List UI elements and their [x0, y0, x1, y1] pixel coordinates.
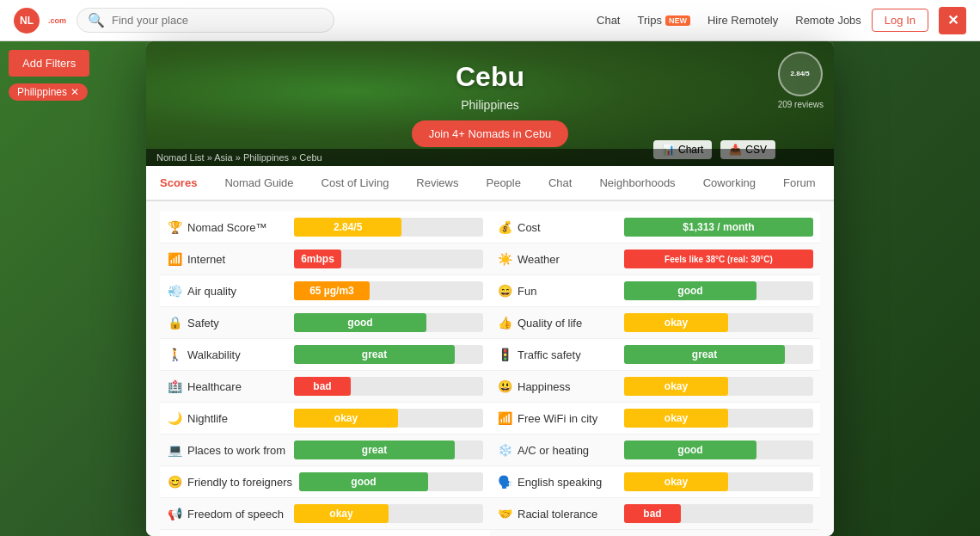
safety-bar-text: good — [294, 313, 426, 332]
friendly-bar-text: good — [299, 472, 428, 491]
scores-left-col: 🏆 Nomad Score™ 2.84/5 📶 — [160, 212, 490, 536]
score-row-traffic: 🚦 Traffic safety great — [490, 339, 820, 371]
ac-bar-wrap: good — [624, 441, 813, 459]
modal-tabs: Scores Nomad Guide Cost of Living Review… — [146, 166, 834, 201]
score-row-cost: 💰 Cost $1,313 / month — [490, 212, 820, 243]
nomad-bar-wrap: 2.84/5 — [294, 218, 483, 237]
score-label-traffic: 🚦 Traffic safety — [497, 348, 617, 361]
ac-bar-fill: good — [624, 441, 756, 459]
places-bar-text: great — [294, 441, 455, 459]
tab-coworking[interactable]: Coworking — [689, 166, 769, 201]
night-label: Nightlife — [187, 412, 228, 425]
walk-bar-fill: great — [294, 345, 455, 364]
happy-bar-text: okay — [624, 377, 728, 396]
air-icon: 💨 — [167, 284, 182, 298]
join-nomads-button[interactable]: Join 4+ Nomads in Cebu — [412, 120, 569, 147]
happy-label: Happiness — [518, 380, 570, 393]
safety-bar-wrap: good — [294, 313, 483, 332]
cost-bar-text: $1,313 / month — [624, 218, 813, 237]
scores-content: 🏆 Nomad Score™ 2.84/5 📶 — [146, 201, 834, 536]
speech-bar-text: okay — [294, 504, 389, 523]
tab-flights[interactable]: Flights — [830, 166, 834, 201]
wifi-bar-fill: okay — [624, 409, 728, 428]
speech-bar-wrap: okay — [294, 504, 483, 523]
internet-bar-wrap: 6mbps — [294, 250, 483, 268]
racial-label: Racial tolerance — [518, 508, 597, 521]
safety-icon: 🔒 — [167, 316, 182, 330]
weather-bar-text: Feels like 38°C (real: 30°C) — [624, 250, 813, 268]
racial-bar-text: bad — [624, 504, 681, 523]
wifi-bar-wrap: okay — [624, 409, 813, 428]
tab-reviews[interactable]: Reviews — [402, 166, 472, 201]
tab-chat[interactable]: Chat — [535, 166, 585, 201]
wifi-label: Free WiFi in city — [518, 412, 597, 425]
walk-bar-wrap: great — [294, 345, 483, 364]
friendly-label: Friendly to foreigners — [187, 476, 292, 489]
tab-neighborhoods[interactable]: Neighborhoods — [585, 166, 689, 201]
ac-label: A/C or heating — [518, 444, 589, 457]
score-label-internet: 📶 Internet — [167, 252, 287, 266]
scores-grid: 🏆 Nomad Score™ 2.84/5 📶 — [160, 212, 820, 536]
qol-icon: 👍 — [497, 316, 512, 330]
health-bar-fill: bad — [294, 377, 351, 396]
fun-icon: 😄 — [497, 284, 512, 298]
tab-cost-of-living[interactable]: Cost of Living — [308, 166, 403, 201]
night-bar-wrap: okay — [294, 409, 483, 428]
racial-bar-fill: bad — [624, 504, 681, 523]
nomad-bar-fill: 2.84/5 — [294, 218, 401, 237]
internet-icon: 📶 — [167, 252, 182, 266]
score-label-night: 🌙 Nightlife — [167, 411, 287, 425]
english-bar-text: okay — [624, 472, 728, 491]
air-bar-wrap: 65 µg/m3 — [294, 281, 483, 300]
score-row-safety: 🔒 Safety good — [160, 307, 490, 339]
score-row-night: 🌙 Nightlife okay — [160, 403, 490, 434]
english-bar-wrap: okay — [624, 472, 813, 491]
health-label: Healthcare — [187, 380, 242, 393]
qol-bar-text: okay — [624, 313, 728, 332]
weather-icon: ☀️ — [497, 252, 512, 266]
score-label-fun: 😄 Fun — [497, 284, 617, 298]
score-label-health: 🏥 Healthcare — [167, 379, 287, 393]
qol-label: Quality of life — [518, 317, 582, 330]
score-row-racial: 🤝 Racial tolerance bad — [490, 498, 820, 530]
traffic-icon: 🚦 — [497, 348, 512, 361]
nomad-icon: 🏆 — [167, 220, 182, 234]
english-bar-fill: okay — [624, 472, 728, 491]
places-bar-fill: great — [294, 441, 455, 459]
score-row-wifi: 📶 Free WiFi in city okay — [490, 403, 820, 434]
internet-label: Internet — [187, 253, 225, 266]
score-row-happy: 😃 Happiness okay — [490, 371, 820, 403]
racial-bar-wrap: bad — [624, 504, 813, 523]
score-label-air: 💨 Air quality — [167, 284, 287, 298]
score-label-walk: 🚶 Walkability — [167, 348, 287, 361]
air-bar-fill: 65 µg/m3 — [294, 281, 370, 300]
fun-bar-wrap: good — [624, 281, 813, 300]
cost-label: Cost — [518, 221, 541, 234]
score-row-lgbt: 🌈 LGBT friendly bad — [160, 530, 490, 536]
tab-nomad-guide[interactable]: Nomad Guide — [211, 166, 307, 201]
city-modal: Cebu Philippines Join 4+ Nomads in Cebu … — [146, 41, 834, 536]
score-label-friendly: 😊 Friendly to foreigners — [167, 475, 292, 489]
weather-bar-wrap: Feels like 38°C (real: 30°C) — [624, 250, 813, 268]
places-label: Places to work from — [187, 444, 285, 457]
tab-scores[interactable]: Scores — [146, 166, 211, 201]
modal-hero: Cebu Philippines Join 4+ Nomads in Cebu … — [146, 41, 834, 166]
score-row-walk: 🚶 Walkability great — [160, 339, 490, 371]
score-label-speech: 📢 Freedom of speech — [167, 507, 287, 521]
score-label-english: 🗣️ English speaking — [497, 475, 617, 489]
score-label-cost: 💰 Cost — [497, 220, 617, 234]
tab-forum[interactable]: Forum — [769, 166, 830, 201]
happy-icon: 😃 — [497, 379, 512, 393]
ac-bar-text: good — [624, 441, 756, 459]
score-label-happy: 😃 Happiness — [497, 379, 617, 393]
score-label-safety: 🔒 Safety — [167, 316, 287, 330]
tab-people[interactable]: People — [472, 166, 534, 201]
country-name: Philippines — [461, 98, 519, 112]
fun-bar-text: good — [624, 281, 756, 300]
health-bar-text: bad — [294, 377, 351, 396]
score-label-ac: ❄️ A/C or heating — [497, 443, 617, 457]
places-icon: 💻 — [167, 443, 182, 457]
walk-bar-text: great — [294, 345, 455, 364]
internet-bar-text: 6mbps — [294, 250, 341, 268]
friendly-bar-wrap: good — [299, 472, 483, 491]
